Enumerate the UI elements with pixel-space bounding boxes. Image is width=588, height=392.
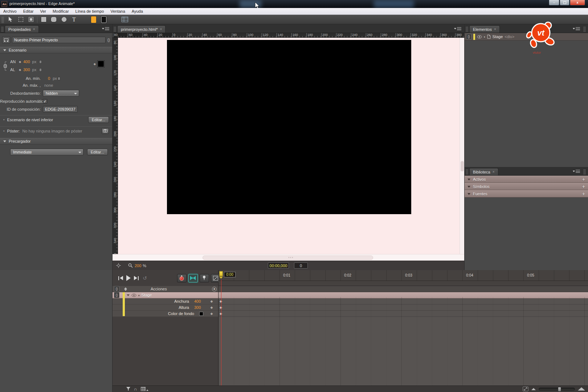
expand-timeline-button[interactable] <box>523 387 528 391</box>
library-section-activos[interactable]: Activos+ <box>465 176 588 183</box>
edit-down-level-button[interactable]: Editar... <box>88 117 109 123</box>
rounded-rectangle-tool-button[interactable] <box>49 16 58 24</box>
timeline-zoom-slider[interactable] <box>539 388 575 391</box>
go-to-end-button[interactable] <box>134 276 139 280</box>
playhead-line[interactable] <box>221 279 221 385</box>
registration-crosshair-icon[interactable] <box>116 263 121 268</box>
height-unit[interactable]: px <box>32 68 37 72</box>
visibility-eye-icon[interactable] <box>477 35 482 38</box>
max-width-value[interactable]: none <box>44 83 53 87</box>
keyframe-diamond-icon[interactable]: ◆ <box>19 60 21 64</box>
play-button[interactable] <box>126 275 131 281</box>
menu-item-ver[interactable]: Ver <box>37 8 49 15</box>
elements-stage-row[interactable]: {} ▪ Stage <div> <box>465 33 588 41</box>
panel-grip[interactable] <box>583 26 586 32</box>
go-to-start-button[interactable] <box>118 276 123 280</box>
height-value[interactable]: 300 <box>23 68 30 72</box>
tab-propiedades[interactable]: Propiedades × <box>5 25 39 33</box>
property-track[interactable]: ◆ <box>219 298 588 305</box>
stage-canvas[interactable]: 8010012014016018020022024026028030032034… <box>113 38 464 254</box>
selection-tool-button[interactable] <box>6 16 15 24</box>
add-keyframe-diamond-icon[interactable]: ◆ <box>207 299 217 303</box>
actions-braces-icon[interactable]: {} <box>114 286 119 292</box>
timeline-stage-row[interactable]: {} ▪ Stage <box>113 292 588 298</box>
unit-toggle-icon[interactable] <box>39 68 42 72</box>
title-bar[interactable]: An primerproyecto.html - Edge Animate* –… <box>0 0 588 8</box>
sort-order-icon[interactable] <box>124 287 127 291</box>
panel-menu-icon[interactable] <box>573 170 580 173</box>
property-track[interactable]: ◆ <box>219 311 588 317</box>
zoom-in-timeline-button[interactable] <box>578 387 585 391</box>
toolbar-grip[interactable] <box>1 16 4 23</box>
expand-triangle-icon[interactable] <box>127 294 130 296</box>
property-color-swatch[interactable] <box>199 312 203 316</box>
ellipse-tool-button[interactable] <box>60 16 68 24</box>
tab-elementos[interactable]: Elementos × <box>469 25 500 33</box>
add-item-button[interactable]: + <box>582 191 585 196</box>
preloader-dropdown[interactable]: Immediate <box>10 149 83 155</box>
filter-funnel-icon[interactable] <box>126 387 130 391</box>
tab-document[interactable]: primerproyecto.html* × <box>117 25 166 33</box>
scrollbar-thumb[interactable] <box>461 161 464 171</box>
rectangle-tool-button[interactable] <box>39 16 48 24</box>
section-escenario[interactable]: Escenario <box>0 47 112 53</box>
panel-menu-icon[interactable] <box>454 27 461 30</box>
min-width-value[interactable]: 0 <box>48 76 50 81</box>
frame-display[interactable]: 0 <box>294 262 308 269</box>
add-item-button[interactable]: + <box>582 177 585 182</box>
timeline-property-row[interactable]: Anchura400◆◆ <box>113 298 588 305</box>
auto-keyframe-button[interactable] <box>177 274 187 282</box>
keyframe-diamond-icon[interactable]: ◆ <box>94 62 96 66</box>
mark-transition-button[interactable] <box>200 274 209 282</box>
menu-item-l-nea-de-tiempo[interactable]: Línea de tiempo <box>72 8 107 15</box>
stage-background-color-swatch[interactable] <box>98 61 104 67</box>
autoplay-checkbox[interactable]: ✓ <box>43 99 47 103</box>
grid-options-caret-icon[interactable] <box>146 389 148 391</box>
timeline-track[interactable] <box>219 286 588 292</box>
property-value[interactable]: 300 <box>194 305 207 310</box>
panel-grip[interactable] <box>114 26 116 32</box>
menu-item-ayuda[interactable]: Ayuda <box>128 8 146 15</box>
timeline-ruler[interactable]: 0:010:020:030:040:05 <box>219 270 588 281</box>
add-item-button[interactable]: + <box>582 184 585 189</box>
link-dimensions-icon[interactable] <box>3 61 9 71</box>
panel-grip[interactable] <box>583 169 586 174</box>
keyframe-diamond-icon[interactable]: ◆ <box>19 68 21 72</box>
stage-track[interactable] <box>219 292 588 298</box>
unit-toggle-icon[interactable] <box>39 60 42 64</box>
snap-magnet-icon[interactable]: ∩ <box>134 387 137 392</box>
panel-grip[interactable] <box>466 169 468 174</box>
library-section-fuentes[interactable]: Fuentes+ <box>465 190 588 197</box>
text-tool-button[interactable]: T <box>70 16 78 24</box>
zoom-level-value[interactable]: 200 <box>135 264 141 268</box>
minimize-button[interactable]: – <box>549 0 559 5</box>
add-keyframe-diamond-icon[interactable]: ◆ <box>207 306 217 309</box>
timeline-tracks-empty[interactable] <box>219 317 588 392</box>
tab-close-icon[interactable]: × <box>33 27 35 31</box>
collapsed-marker-icon[interactable]: ▪ <box>3 129 5 133</box>
lock-dot-icon[interactable]: ▪ <box>138 293 140 297</box>
code-braces-icon[interactable]: {} <box>107 38 110 42</box>
clip-tool-button[interactable] <box>26 16 35 24</box>
tab-close-icon[interactable]: × <box>494 27 496 31</box>
overflow-dropdown[interactable]: hidden <box>43 90 79 97</box>
panel-grip[interactable] <box>1 26 4 32</box>
tab-close-icon[interactable]: × <box>493 170 495 174</box>
composition-id-input[interactable] <box>43 106 78 113</box>
panel-grip[interactable] <box>466 26 468 32</box>
menu-item-editar[interactable]: Editar <box>20 8 37 15</box>
playhead-pin-icon[interactable] <box>219 271 223 276</box>
timeline-property-row[interactable]: Altura300◆◆ <box>113 305 588 311</box>
fill-color-swatch[interactable] <box>89 16 98 24</box>
timeline-property-row[interactable]: Color de fondo◆◆ <box>113 311 588 317</box>
scrollbar-thumb[interactable] <box>203 256 373 260</box>
composition-name-input[interactable] <box>12 37 106 43</box>
visibility-eye-icon[interactable] <box>131 294 136 297</box>
panel-menu-icon[interactable] <box>573 27 580 30</box>
edit-preloader-button[interactable]: Editar... <box>87 149 108 155</box>
stroke-color-swatch[interactable] <box>99 16 108 24</box>
slider-thumb[interactable] <box>558 387 561 392</box>
min-width-unit[interactable]: px <box>53 76 57 81</box>
close-button[interactable]: x <box>570 0 585 5</box>
menu-item-modificar[interactable]: Modificar <box>49 8 72 15</box>
